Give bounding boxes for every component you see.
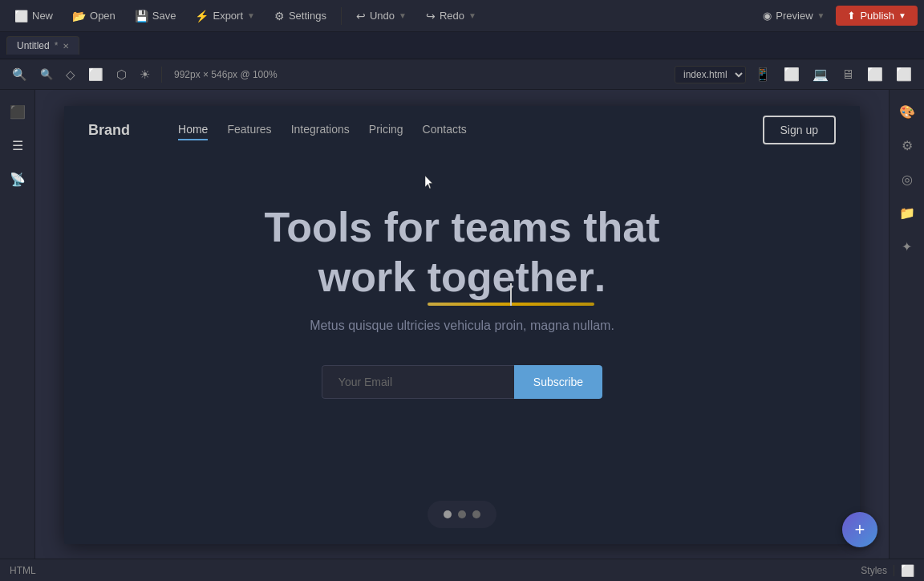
nav-signup-button[interactable]: Sign up	[763, 116, 836, 144]
nav-link-features[interactable]: Features	[227, 120, 271, 140]
text-cursor	[510, 283, 512, 306]
viewport-fullhd-button[interactable]: ⬜	[892, 64, 916, 84]
hero-email-input[interactable]	[322, 365, 514, 399]
status-styles-label[interactable]: Styles	[861, 565, 887, 576]
left-sidebar: ⬛ ☰ 📡	[0, 90, 35, 559]
tab-untitled[interactable]: Untitled * ✕	[6, 36, 79, 55]
publish-button[interactable]: ⬆ Publish ▼	[836, 6, 918, 26]
right-sidebar-palette-icon[interactable]: 🎨	[894, 98, 921, 125]
preview-chevron-icon: ▼	[817, 11, 825, 20]
dot-2[interactable]	[458, 510, 466, 518]
nav-link-pricing[interactable]: Pricing	[369, 120, 403, 140]
hero-subtitle: Metus quisque ultricies vehicula proin, …	[310, 319, 614, 333]
image-tool-button[interactable]: ⬜	[84, 65, 107, 84]
status-separator	[894, 565, 894, 576]
tab-close-icon[interactable]: ✕	[63, 42, 69, 51]
hero-highlight-wrap: together	[428, 252, 594, 302]
dot-1[interactable]	[444, 510, 452, 518]
right-sidebar-folder-icon[interactable]: 📁	[894, 199, 921, 226]
canvas-toolbar-sep	[161, 67, 162, 83]
redo-icon: ↪	[426, 10, 436, 22]
brightness-tool-button[interactable]: ☀	[136, 65, 154, 84]
nav-link-contacts[interactable]: Contacts	[423, 120, 467, 140]
right-sidebar-settings-icon[interactable]: ⚙	[894, 132, 921, 159]
save-icon: 💾	[135, 10, 148, 22]
hero-title: Tools for teams that work together.	[264, 202, 659, 303]
toolbar-right: ◉ Preview ▼ ⬆ Publish ▼	[755, 6, 918, 26]
viewport-wide-button[interactable]: ⬜	[863, 64, 887, 84]
page-preview: Brand Home Features Integrations Pricing…	[64, 106, 860, 544]
nav-brand: Brand	[88, 122, 130, 139]
nav-link-integrations[interactable]: Integrations	[291, 120, 350, 140]
sidebar-wifi-icon[interactable]: 📡	[4, 165, 31, 193]
open-icon: 📂	[72, 10, 86, 22]
canvas-dimensions: 992px × 546px @ 100%	[174, 69, 278, 80]
right-sidebar-star-icon[interactable]: ✦	[894, 233, 921, 260]
hero-subscribe-button[interactable]: Subscribe	[514, 365, 602, 399]
select-tool-button[interactable]: ◇	[62, 65, 79, 84]
nav-links: Home Features Integrations Pricing Conta…	[178, 120, 763, 140]
export-button[interactable]: ⚡ Export ▼	[187, 6, 262, 26]
right-sidebar: 🎨 ⚙ ◎ 📁 ✦	[889, 90, 924, 559]
settings-button[interactable]: ⚙ Settings	[266, 6, 334, 26]
preview-nav: Brand Home Features Integrations Pricing…	[64, 106, 860, 154]
new-icon: ⬜	[14, 10, 28, 22]
open-button[interactable]: 📂 Open	[64, 6, 124, 26]
export-chevron-icon: ▼	[247, 11, 255, 20]
viewport-desktop-button[interactable]: 🖥	[837, 65, 858, 84]
settings-icon: ⚙	[274, 10, 285, 22]
undo-icon: ↩	[356, 10, 366, 22]
zoom-in-button[interactable]: 🔍	[8, 65, 31, 84]
top-toolbar: ⬜ New 📂 Open 💾 Save ⚡ Export ▼ ⚙ Setting…	[0, 0, 924, 32]
shape-tool-button[interactable]: ⬡	[112, 65, 131, 84]
canvas-area[interactable]: Brand Home Features Integrations Pricing…	[35, 90, 889, 559]
viewport-laptop-button[interactable]: 💻	[808, 64, 833, 84]
sidebar-components-icon[interactable]: ⬛	[4, 98, 31, 125]
add-element-fab[interactable]: +	[842, 512, 877, 547]
dot-3[interactable]	[472, 510, 480, 518]
status-right: Styles ⬜	[861, 564, 914, 577]
publish-icon: ⬆	[847, 10, 856, 22]
status-expand-icon[interactable]: ⬜	[901, 564, 914, 577]
page-selector[interactable]: index.html	[675, 66, 746, 83]
redo-chevron-icon: ▼	[468, 11, 476, 20]
redo-button[interactable]: ↪ Redo ▼	[418, 6, 484, 26]
status-html-label[interactable]: HTML	[10, 565, 861, 576]
sidebar-layers-icon[interactable]: ☰	[4, 132, 31, 159]
preview-hero: Tools for teams that work together. Metu…	[64, 154, 860, 431]
hero-title-line1: Tools for teams that	[264, 202, 659, 252]
undo-chevron-icon: ▼	[399, 11, 407, 20]
main-area: ⬛ ☰ 📡 Brand Home Features Integrations P…	[0, 90, 924, 559]
hero-pagination-dots	[428, 501, 496, 528]
undo-button[interactable]: ↩ Undo ▼	[348, 6, 415, 26]
export-icon: ⚡	[195, 10, 209, 22]
viewport-tablet-button[interactable]: ⬜	[780, 64, 804, 84]
hero-title-line2: work together.	[264, 252, 659, 302]
right-sidebar-target-icon[interactable]: ◎	[894, 165, 921, 193]
preview-icon: ◉	[763, 10, 772, 22]
preview-button[interactable]: ◉ Preview ▼	[755, 6, 833, 26]
canvas-toolbar: 🔍 🔍 ◇ ⬜ ⬡ ☀ 992px × 546px @ 100% index.h…	[0, 59, 924, 90]
nav-link-home[interactable]: Home	[178, 120, 208, 140]
new-button[interactable]: ⬜ New	[6, 6, 61, 26]
hero-form: Subscribe	[322, 365, 602, 399]
tab-bar: Untitled * ✕	[0, 32, 924, 59]
status-bar: HTML Styles ⬜	[0, 559, 924, 581]
toolbar-separator	[341, 7, 342, 25]
zoom-out-button[interactable]: 🔍	[36, 66, 57, 83]
publish-chevron-icon: ▼	[898, 11, 906, 20]
viewport-mobile-button[interactable]: 📱	[751, 64, 775, 84]
canvas-toolbar-right: index.html 📱 ⬜ 💻 🖥 ⬜ ⬜	[675, 64, 916, 84]
save-button[interactable]: 💾 Save	[127, 6, 184, 26]
